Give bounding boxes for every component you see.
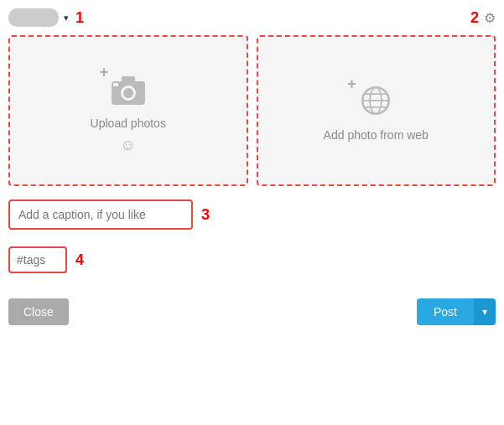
header-right: 2 ⚙ — [470, 9, 496, 27]
plus-badge-globe: + — [347, 76, 356, 91]
upload-area: + Upload photos ☺ + Add photo from web — [8, 35, 496, 186]
add-from-web-box[interactable]: + Add photo from web — [257, 35, 496, 186]
step4-label: 4 — [75, 251, 84, 269]
bottom-bar: Close Post ▾ — [8, 298, 496, 325]
close-button[interactable]: Close — [8, 298, 69, 325]
add-from-web-label: Add photo from web — [324, 128, 429, 142]
caption-row: 3 — [8, 200, 496, 230]
svg-rect-3 — [122, 76, 135, 82]
svg-rect-4 — [113, 83, 118, 86]
account-area[interactable]: ▾ — [8, 8, 69, 27]
upload-photos-box[interactable]: + Upload photos ☺ — [8, 35, 248, 186]
globe-icon-wrap: + — [351, 80, 401, 122]
upload-photos-label: Upload photos — [91, 117, 166, 130]
step2-label: 2 — [470, 9, 479, 27]
header-left: ▾ 1 — [8, 8, 84, 27]
tags-row: 4 — [8, 246, 496, 273]
account-dropdown-arrow[interactable]: ▾ — [64, 13, 69, 23]
gear-icon[interactable]: ⚙ — [484, 10, 496, 26]
camera-icon — [108, 71, 148, 106]
step1-label: 1 — [75, 9, 84, 27]
camera-icon-wrap: + — [103, 68, 153, 110]
plus-badge-camera: + — [100, 65, 109, 80]
svg-point-2 — [123, 88, 133, 98]
post-btn-group: Post ▾ — [417, 298, 496, 325]
globe-icon — [356, 83, 396, 118]
caption-input[interactable] — [8, 200, 193, 230]
tags-input[interactable] — [8, 246, 67, 273]
step3-label: 3 — [201, 206, 210, 224]
smiley-icon: ☺ — [121, 137, 136, 154]
post-dropdown-button[interactable]: ▾ — [474, 298, 496, 325]
header-row: ▾ 1 2 ⚙ — [8, 8, 496, 27]
account-avatar — [8, 8, 59, 27]
post-button[interactable]: Post — [417, 298, 474, 325]
